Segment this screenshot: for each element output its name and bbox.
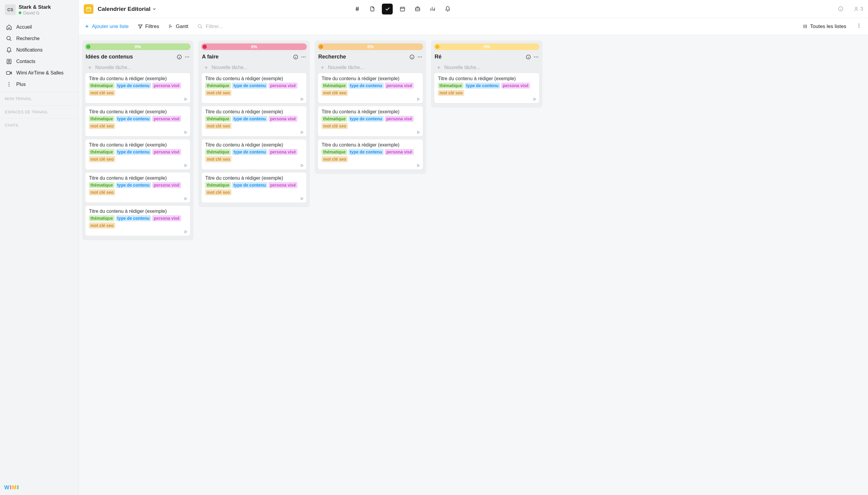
tag-seo[interactable]: mot clé seo (322, 123, 348, 129)
tag-seo[interactable]: mot clé seo (89, 222, 115, 228)
tag-theme[interactable]: thématique (438, 83, 464, 89)
filter-input[interactable] (206, 23, 251, 30)
view-briefcase[interactable] (412, 4, 423, 15)
new-task-button[interactable]: Nouvelle tâche... (434, 63, 539, 73)
tag-seo[interactable]: mot clé seo (89, 156, 115, 162)
filters-button[interactable]: Filtres (138, 23, 159, 30)
tag-persona[interactable]: persona visé (152, 149, 181, 155)
new-task-button[interactable]: Nouvelle tâche... (318, 63, 423, 73)
tag-seo[interactable]: mot clé seo (205, 189, 231, 195)
all-lists-button[interactable]: Toutes les listes (803, 23, 846, 30)
tag-persona[interactable]: persona visé (385, 149, 414, 155)
tag-theme[interactable]: thématique (89, 215, 115, 221)
list-title[interactable]: Ré (435, 54, 523, 60)
tag-theme[interactable]: thématique (89, 116, 115, 122)
tag-theme[interactable]: thématique (89, 149, 115, 155)
task-card[interactable]: Titre du contenu à rédiger (exemple) thé… (85, 172, 190, 203)
user-count[interactable]: 3 (853, 6, 863, 12)
tag-persona[interactable]: persona visé (152, 83, 181, 89)
list-title[interactable]: Idées de contenus (86, 54, 174, 60)
play-icon[interactable] (300, 164, 304, 168)
tag-theme[interactable]: thématique (205, 182, 231, 188)
tag-type[interactable]: type de contenu (348, 116, 384, 122)
task-card[interactable]: Titre du contenu à rédiger (exemple) thé… (85, 106, 190, 137)
view-calendar[interactable] (397, 4, 408, 15)
tag-persona[interactable]: persona visé (152, 116, 181, 122)
task-card[interactable]: Titre du contenu à rédiger (exemple) thé… (85, 205, 190, 236)
tag-theme[interactable]: thématique (205, 149, 231, 155)
nav-more[interactable]: Plus (0, 79, 79, 90)
dots-icon[interactable] (301, 54, 306, 60)
play-icon[interactable] (533, 97, 537, 101)
task-card[interactable]: Titre du contenu à rédiger (exemple) thé… (318, 139, 423, 170)
tag-seo[interactable]: mot clé seo (438, 90, 464, 96)
tag-seo[interactable]: mot clé seo (205, 156, 231, 162)
tag-type[interactable]: type de contenu (232, 182, 267, 188)
tag-seo[interactable]: mot clé seo (322, 90, 348, 96)
org-header[interactable]: CS Stark & Stark David G (0, 0, 79, 20)
tag-type[interactable]: type de contenu (348, 83, 384, 89)
play-icon[interactable] (416, 97, 420, 101)
info-icon[interactable] (293, 54, 298, 60)
play-icon[interactable] (416, 164, 420, 168)
tag-persona[interactable]: persona visé (268, 83, 297, 89)
task-card[interactable]: Titre du contenu à rédiger (exemple) thé… (434, 73, 539, 103)
tag-type[interactable]: type de contenu (232, 149, 267, 155)
section-workspaces[interactable]: ESPACES DE TRAVAIL (0, 105, 79, 118)
tag-seo[interactable]: mot clé seo (89, 90, 115, 96)
play-icon[interactable] (184, 230, 188, 234)
tag-persona[interactable]: persona visé (268, 182, 297, 188)
task-card[interactable]: Titre du contenu à rédiger (exemple) thé… (201, 73, 307, 103)
add-list-button[interactable]: Ajouter une liste (84, 23, 129, 30)
project-name[interactable]: Calendrier Editorial (98, 6, 156, 12)
play-icon[interactable] (300, 130, 304, 134)
tag-type[interactable]: type de contenu (348, 149, 384, 155)
tag-seo[interactable]: mot clé seo (205, 90, 231, 96)
tag-type[interactable]: type de contenu (116, 83, 151, 89)
play-icon[interactable] (300, 197, 304, 201)
header-notifications[interactable] (442, 4, 453, 15)
tag-type[interactable]: type de contenu (232, 83, 267, 89)
dots-icon[interactable] (534, 54, 539, 60)
tag-type[interactable]: type de contenu (232, 116, 267, 122)
new-task-button[interactable]: Nouvelle tâche... (201, 63, 307, 73)
dots-icon[interactable] (417, 54, 422, 60)
play-icon[interactable] (184, 130, 188, 134)
tag-persona[interactable]: persona visé (501, 83, 530, 89)
info-icon[interactable] (409, 54, 415, 60)
new-task-button[interactable]: Nouvelle tâche... (85, 63, 190, 73)
dots-icon[interactable] (185, 54, 190, 60)
nav-notifications[interactable]: Notifications (0, 44, 79, 56)
list-title[interactable]: A faire (202, 54, 291, 60)
tag-persona[interactable]: persona visé (152, 182, 181, 188)
info-icon[interactable] (177, 54, 182, 60)
tag-theme[interactable]: thématique (322, 116, 347, 122)
tag-persona[interactable]: persona visé (152, 215, 181, 221)
gantt-button[interactable]: Gantt (168, 23, 188, 30)
section-chats[interactable]: CHATS (0, 118, 79, 132)
list-title[interactable]: Recherche (318, 54, 407, 60)
play-icon[interactable] (184, 197, 188, 201)
tag-persona[interactable]: persona visé (268, 149, 297, 155)
tag-theme[interactable]: thématique (205, 116, 231, 122)
tag-persona[interactable]: persona visé (385, 116, 414, 122)
tag-type[interactable]: type de contenu (116, 215, 151, 221)
section-my-work[interactable]: MON TRAVAIL (0, 92, 79, 105)
play-icon[interactable] (416, 130, 420, 134)
tag-theme[interactable]: thématique (89, 83, 115, 89)
tag-type[interactable]: type de contenu (116, 116, 151, 122)
task-card[interactable]: Titre du contenu à rédiger (exemple) thé… (85, 139, 190, 170)
task-card[interactable]: Titre du contenu à rédiger (exemple) thé… (318, 73, 423, 103)
tag-persona[interactable]: persona visé (268, 116, 297, 122)
tag-seo[interactable]: mot clé seo (205, 123, 231, 129)
task-card[interactable]: Titre du contenu à rédiger (exemple) thé… (201, 172, 307, 203)
info-button[interactable] (835, 4, 846, 15)
tag-theme[interactable]: thématique (89, 182, 115, 188)
toolbar-more[interactable] (855, 23, 863, 30)
view-docs[interactable] (367, 4, 378, 15)
tag-seo[interactable]: mot clé seo (89, 189, 115, 195)
tag-type[interactable]: type de contenu (465, 83, 500, 89)
nav-airtime[interactable]: Wimi AirTime & Salles (0, 67, 79, 79)
view-tasks[interactable] (382, 4, 393, 15)
tag-theme[interactable]: thématique (205, 83, 231, 89)
